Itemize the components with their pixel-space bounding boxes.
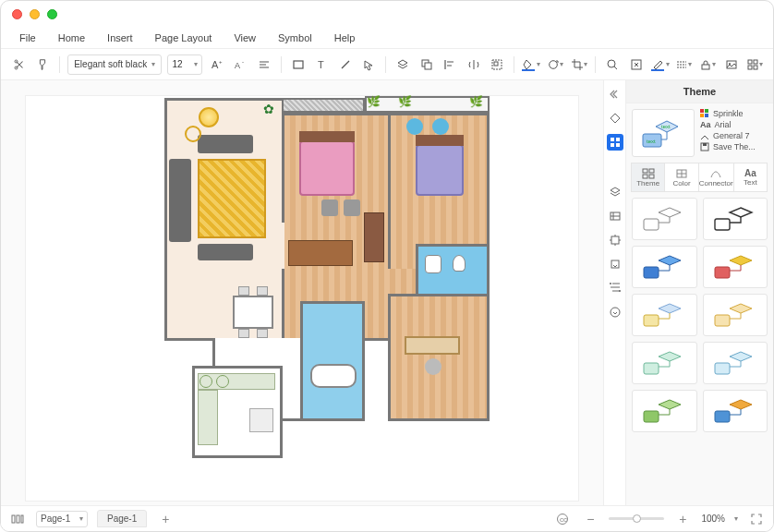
fit-page-button[interactable]: [627, 55, 646, 74]
decrease-font-button[interactable]: A-: [232, 55, 250, 74]
rail-comments-button[interactable]: [607, 280, 623, 296]
page-list-button[interactable]: [8, 510, 27, 528]
menu-file[interactable]: File: [19, 32, 36, 43]
license-icon[interactable]: cc: [553, 510, 572, 528]
canvas-area[interactable]: ✿ 🌿 🌿 🌿: [1, 80, 603, 505]
theme-save-row[interactable]: Save The...: [700, 142, 768, 151]
traffic-light-zoom[interactable]: [47, 9, 57, 19]
fill-color-button[interactable]: ▾: [522, 55, 540, 74]
workspace: ✿ 🌿 🌿 🌿 Theme texttext: [1, 80, 773, 505]
tab-connector[interactable]: Connector: [698, 163, 734, 192]
tab-theme[interactable]: Theme: [631, 163, 665, 192]
group-button[interactable]: [489, 55, 507, 74]
font-family-value: Elegant soft black: [74, 59, 147, 69]
menu-symbol[interactable]: Symbol: [278, 32, 312, 43]
theme-option-3[interactable]: [632, 246, 697, 288]
traffic-light-minimize[interactable]: [30, 9, 40, 19]
zoom-in-button[interactable]: +: [673, 510, 692, 528]
theme-option-7[interactable]: [632, 342, 697, 384]
align-left-button[interactable]: [441, 55, 459, 74]
add-page-button[interactable]: +: [156, 510, 175, 528]
theme-connector-row[interactable]: General 7: [700, 131, 768, 140]
theme-option-6[interactable]: [703, 294, 768, 336]
svg-rect-42: [703, 143, 707, 146]
svg-text:text: text: [661, 124, 671, 129]
svg-rect-50: [644, 267, 659, 278]
svg-rect-26: [611, 143, 614, 147]
statusbar: Page-1▾ Page-1 + cc − + 100% ▾: [1, 505, 773, 531]
right-icon-rail: [603, 80, 625, 505]
rail-shape-button[interactable]: [607, 110, 623, 127]
zoom-thumb[interactable]: [633, 514, 641, 523]
tab-color[interactable]: Color: [664, 163, 698, 192]
svg-rect-46: [649, 175, 654, 178]
font-size-value: 12: [172, 59, 182, 69]
rail-help-button[interactable]: [607, 304, 623, 320]
menu-home[interactable]: Home: [58, 32, 85, 43]
rail-theme-button[interactable]: [607, 134, 623, 151]
menu-help[interactable]: Help: [334, 32, 356, 43]
rail-history-button[interactable]: [607, 232, 623, 248]
pointer-tool[interactable]: [360, 55, 379, 74]
text-align-button[interactable]: [255, 55, 273, 74]
svg-rect-60: [21, 515, 23, 523]
line-tool[interactable]: [336, 55, 355, 74]
svg-rect-59: [17, 515, 19, 523]
svg-rect-9: [425, 63, 431, 69]
svg-rect-44: [649, 169, 654, 173]
font-size-select[interactable]: 12 ▾: [167, 54, 201, 75]
text-tool[interactable]: T: [312, 55, 331, 74]
flip-horizontal-button[interactable]: [465, 55, 483, 74]
theme-option-8[interactable]: [703, 342, 768, 384]
fullscreen-button[interactable]: [747, 510, 766, 528]
zoom-slider[interactable]: [609, 517, 664, 520]
cut-button[interactable]: [10, 55, 29, 74]
rail-layers-button[interactable]: [607, 184, 623, 200]
pen-color-button[interactable]: ▾: [651, 55, 670, 74]
theme-option-4[interactable]: [703, 246, 768, 288]
separator: [385, 56, 386, 73]
page-tab[interactable]: Page-1: [97, 510, 147, 527]
rail-properties-button[interactable]: [607, 208, 623, 224]
theme-option-1[interactable]: [632, 198, 697, 240]
increase-font-button[interactable]: A+: [208, 55, 226, 74]
current-theme-row: texttext Sprinkle AaArial General 7 Save…: [632, 109, 768, 157]
theme-preview[interactable]: texttext: [632, 109, 695, 157]
theme-option-10[interactable]: [703, 390, 768, 432]
svg-text:A: A: [235, 61, 240, 70]
panel-title: Theme: [626, 80, 773, 103]
menu-insert[interactable]: Insert: [107, 32, 133, 43]
lock-button[interactable]: ▾: [698, 55, 717, 74]
more-button[interactable]: ▾: [745, 55, 764, 74]
bring-front-button[interactable]: [417, 55, 436, 74]
theme-sprinkle-row[interactable]: Sprinkle: [700, 109, 768, 118]
crop-button[interactable]: ▾: [570, 55, 588, 74]
theme-option-5[interactable]: [632, 294, 697, 336]
rotate-button[interactable]: ▾: [546, 55, 564, 74]
menu-pagelayout[interactable]: Page Layout: [155, 32, 212, 43]
rectangle-tool[interactable]: [289, 55, 308, 74]
chevron-down-icon[interactable]: ▾: [734, 514, 738, 523]
svg-rect-17: [702, 65, 709, 69]
line-style-button[interactable]: ▾: [675, 55, 694, 74]
canvas[interactable]: ✿ 🌿 🌿 🌿: [25, 95, 579, 502]
theme-option-9[interactable]: [632, 390, 697, 432]
svg-text:text: text: [647, 139, 656, 144]
theme-font-row[interactable]: AaArial: [700, 120, 768, 129]
tab-text[interactable]: AaText: [733, 163, 768, 192]
zoom-out-button[interactable]: −: [581, 510, 599, 528]
rail-export-button[interactable]: [607, 256, 623, 272]
theme-properties: Sprinkle AaArial General 7 Save The...: [700, 109, 768, 157]
format-painter-button[interactable]: [34, 55, 53, 74]
svg-rect-48: [644, 219, 659, 230]
chevron-down-icon: ▾: [151, 60, 155, 68]
collapse-panel-button[interactable]: [607, 86, 623, 103]
image-button[interactable]: [722, 55, 741, 74]
zoom-button[interactable]: [603, 55, 622, 74]
font-family-select[interactable]: Elegant soft black ▾: [67, 54, 162, 75]
theme-option-2[interactable]: [703, 198, 768, 240]
traffic-light-close[interactable]: [12, 9, 22, 19]
layers-button[interactable]: [393, 55, 412, 74]
page-select[interactable]: Page-1▾: [36, 511, 88, 527]
menu-view[interactable]: View: [234, 32, 256, 43]
